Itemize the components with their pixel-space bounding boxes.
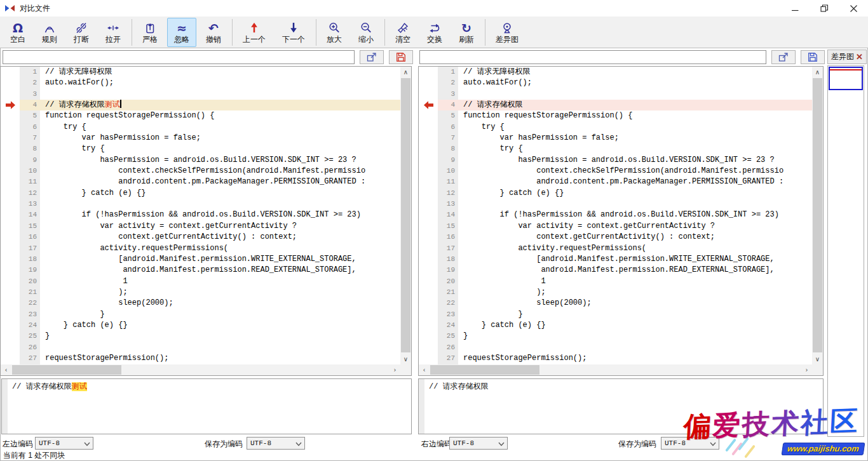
code-line-text[interactable]: var activity = context.getCurrentActivit…	[40, 221, 400, 232]
code-line-text[interactable]: auto.waitFor();	[458, 77, 812, 88]
code-line-text[interactable]: context.checkSelfPermission(android.Mani…	[40, 166, 400, 177]
close-button[interactable]	[839, 0, 868, 17]
code-line-text[interactable]	[40, 342, 400, 353]
toolbar-button-next[interactable]: 下一个	[275, 18, 312, 47]
left-horizontal-scrollbar[interactable]: ‹›	[1, 364, 400, 375]
code-line-text[interactable]: var activity = context.getCurrentActivit…	[458, 221, 812, 232]
scroll-up-icon[interactable]: ∧	[812, 67, 823, 77]
right-horizontal-scrollbar[interactable]: ‹›	[419, 364, 812, 375]
right-diff-preview[interactable]: // 请求存储权限	[418, 378, 824, 434]
toolbar-button-break[interactable]: 打断	[67, 18, 96, 47]
restore-button[interactable]	[810, 0, 839, 17]
code-line-text[interactable]: try {	[458, 122, 812, 133]
code-line-text[interactable]: // 请求存储权限	[458, 100, 812, 110]
code-line-text[interactable]: function requestStoragePermission() {	[458, 110, 812, 121]
code-line-text[interactable]: // 请求无障碍权限	[458, 67, 812, 77]
minimize-button[interactable]	[780, 0, 810, 17]
code-line-text[interactable]: context.checkSelfPermission(android.Mani…	[458, 166, 812, 177]
code-line-text[interactable]	[40, 199, 400, 210]
left-encoding-select[interactable]: UTF-8	[35, 437, 93, 450]
code-line-text[interactable]: [android.Manifest.permission.WRITE_EXTER…	[40, 254, 400, 265]
scroll-down-icon[interactable]: ∨	[812, 354, 823, 364]
toolbar-button-diff-map[interactable]: 差异图	[489, 18, 526, 47]
left-file-path-input[interactable]	[3, 50, 355, 64]
toolbar-button-zoom-out[interactable]: 缩小	[351, 18, 381, 47]
code-line-text[interactable]: auto.waitFor();	[40, 77, 400, 88]
code-line-text[interactable]	[458, 89, 812, 100]
code-line-text[interactable]: requestStoragePermission();	[458, 353, 812, 364]
code-line-text[interactable]: } catch (e) {}	[458, 188, 812, 199]
toolbar-button-undo[interactable]: ↶撤销	[199, 18, 228, 47]
right-encoding-select[interactable]: UTF-8	[449, 437, 508, 450]
code-line-text[interactable]	[458, 199, 812, 210]
code-line-text[interactable]: requestStoragePermission();	[40, 353, 400, 364]
code-line-text[interactable]: try {	[458, 144, 812, 154]
save-as-encoding-left-select[interactable]: UTF-8	[247, 437, 305, 450]
right-vertical-scroll-thumb[interactable]	[813, 78, 822, 352]
left-diff-preview[interactable]: // 请求存储权限测试	[1, 378, 412, 434]
code-line-text[interactable]: // 请求无障碍权限	[40, 67, 400, 77]
toolbar-button-blank[interactable]: Ω空白	[3, 18, 32, 47]
code-line-text[interactable]: try {	[40, 122, 400, 133]
code-line-text[interactable]: );	[40, 287, 400, 298]
toolbar-button-swap[interactable]: 交换	[420, 18, 449, 47]
code-line-text[interactable]: hasPermission = android.os.Build.VERSION…	[40, 155, 400, 166]
toolbar-button-ignore[interactable]: ≈忽略	[167, 18, 196, 47]
toolbar-button-previous[interactable]: 上一个	[236, 18, 273, 47]
scroll-down-icon[interactable]: ∨	[400, 354, 411, 364]
code-line-text[interactable]: android.content.pm.PackageManager.PERMIS…	[40, 177, 400, 187]
scroll-right-icon[interactable]: ›	[390, 364, 400, 375]
scroll-right-icon[interactable]: ›	[801, 364, 812, 375]
code-line-text[interactable]: android.Manifest.permission.READ_EXTERNA…	[458, 265, 812, 276]
toolbar-button-rules[interactable]: 规则	[35, 18, 64, 47]
left-vertical-scrollbar[interactable]: ∧∨	[400, 67, 411, 364]
code-line-text[interactable]: );	[458, 287, 812, 298]
toolbar-button-pull-apart[interactable]: 拉开	[98, 18, 128, 47]
diff-map-close-icon[interactable]: ✕	[856, 53, 863, 61]
left-vertical-scroll-thumb[interactable]	[401, 78, 410, 352]
code-line-text[interactable]	[458, 342, 812, 353]
code-line-text[interactable]: android.content.pm.PackageManager.PERMIS…	[458, 177, 812, 187]
toolbar-button-refresh[interactable]: ↻刷新	[452, 18, 481, 47]
diff-map[interactable]	[827, 65, 864, 437]
code-line-text[interactable]: var hasPermission = false;	[458, 133, 812, 144]
toolbar-button-zoom-in[interactable]: 放大	[320, 18, 349, 47]
code-line-text[interactable]: }	[458, 331, 812, 342]
right-horizontal-scroll-thumb[interactable]	[430, 365, 539, 375]
code-line-text[interactable]: }	[40, 309, 400, 320]
scroll-up-icon[interactable]: ∧	[400, 67, 411, 77]
code-line-text[interactable]: sleep(2000);	[458, 298, 812, 309]
save-as-encoding-right-select[interactable]: UTF-8	[661, 437, 719, 450]
code-line-text[interactable]: }	[40, 331, 400, 342]
right-save-button[interactable]	[801, 50, 825, 64]
code-line-text[interactable]: }	[458, 309, 812, 320]
diff-map-viewport[interactable]	[829, 67, 863, 90]
code-line-text[interactable]: 1	[40, 276, 400, 287]
toolbar-button-clear[interactable]: 清空	[388, 18, 417, 47]
code-line-text[interactable]: try {	[40, 144, 400, 154]
code-line-text[interactable]	[40, 89, 400, 100]
right-file-path-input[interactable]	[419, 50, 766, 64]
left-open-file-button[interactable]	[360, 50, 384, 64]
code-line-text[interactable]: hasPermission = android.os.Build.VERSION…	[458, 155, 812, 166]
code-line-text[interactable]: } catch (e) {}	[458, 320, 812, 331]
code-line-text[interactable]: android.Manifest.permission.READ_EXTERNA…	[40, 265, 400, 276]
scroll-left-icon[interactable]: ‹	[1, 364, 11, 375]
code-line-text[interactable]: [android.Manifest.permission.WRITE_EXTER…	[458, 254, 812, 265]
code-line-text[interactable]: function requestStoragePermission() {	[40, 110, 400, 121]
code-line-text[interactable]: activity.requestPermissions(	[40, 243, 400, 254]
code-line-text[interactable]: context.getCurrentActivity() : context;	[40, 232, 400, 243]
left-horizontal-scroll-thumb[interactable]	[12, 365, 121, 375]
left-save-button[interactable]	[389, 50, 413, 64]
code-line-text[interactable]: if (!hasPermission && android.os.Build.V…	[458, 210, 812, 220]
code-line-text[interactable]: context.getCurrentActivity() : context;	[458, 232, 812, 243]
code-line-text[interactable]: if (!hasPermission && android.os.Build.V…	[40, 210, 400, 220]
code-line-text[interactable]: } catch (e) {}	[40, 320, 400, 331]
scroll-left-icon[interactable]: ‹	[419, 364, 430, 375]
code-line-text[interactable]: // 请求存储权限测试	[40, 100, 400, 110]
right-vertical-scrollbar[interactable]: ∧∨	[812, 67, 823, 364]
code-line-text[interactable]: activity.requestPermissions(	[458, 243, 812, 254]
code-line-text[interactable]: } catch (e) {}	[40, 188, 400, 199]
toolbar-button-strict[interactable]: 严格	[135, 18, 165, 47]
code-line-text[interactable]: 1	[458, 276, 812, 287]
